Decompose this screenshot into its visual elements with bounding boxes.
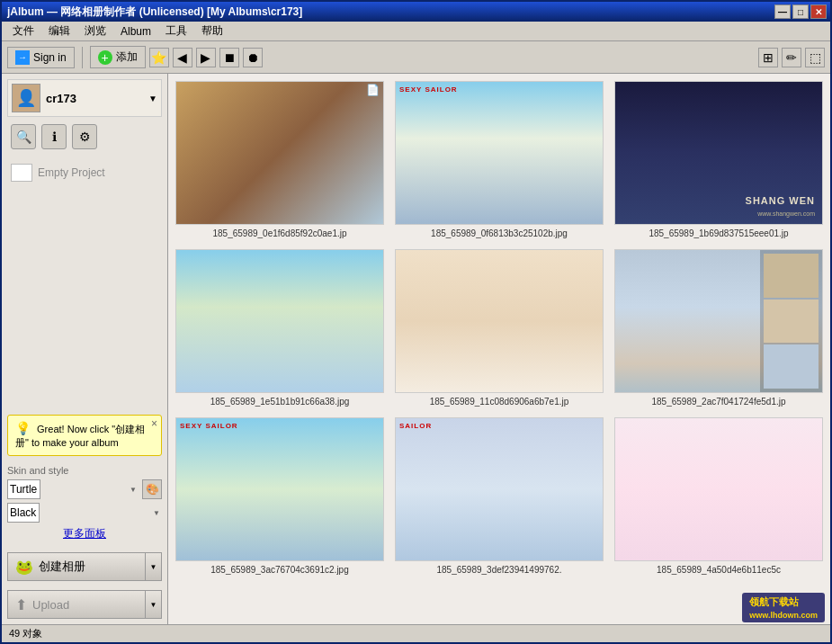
title-bar: jAlbum — 网络相册制作者 (Unlicensed) [My Albums…	[2, 2, 830, 22]
upload-button[interactable]: ⬆ Upload ▼	[7, 590, 162, 619]
color-select-row: Black	[7, 503, 162, 523]
sign-in-label: Sign in	[33, 51, 67, 64]
watermark: 领航下载站www.lhdown.com	[742, 593, 825, 622]
settings-button[interactable]: ⚙	[72, 124, 97, 149]
add-button[interactable]: + 添加	[90, 46, 146, 68]
export-button[interactable]: ⬚	[805, 48, 825, 67]
skin-section: Skin and style Turtle 🎨 Black	[7, 465, 162, 543]
tooltip-box: × 💡 Great! Now click "创建相册" to make your…	[7, 415, 162, 456]
toolbar-separator	[82, 47, 83, 68]
add-icon: +	[98, 50, 112, 65]
sign-in-icon: →	[15, 50, 30, 65]
sidebar-icons: 🔍 ℹ ⚙	[7, 122, 162, 151]
sign-in-button[interactable]: → Sign in	[7, 47, 75, 68]
more-panels-link[interactable]: 更多面板	[7, 526, 162, 541]
skin-select-wrapper: Turtle	[7, 479, 139, 499]
create-album-dropdown[interactable]: ▼	[145, 553, 161, 580]
main-area: 👤 cr173 ▼ 🔍 ℹ ⚙ Empty Project × 💡 Great!…	[2, 74, 830, 624]
photo-cell-3[interactable]: 185_65989_1e51b1b91c66a38.jpg	[175, 249, 384, 407]
prev-button[interactable]: ◀	[173, 48, 192, 67]
photo-cell-6[interactable]: SEXY SAILOR 185_65989_3ac76704c3691c2.jp…	[175, 417, 384, 575]
photo-cell-1[interactable]: SEXY SAILOR 185_65989_0f6813b3c25102b.jp…	[395, 81, 604, 238]
sidebar: 👤 cr173 ▼ 🔍 ℹ ⚙ Empty Project × 💡 Great!…	[2, 74, 168, 624]
photo-filename-8: 185_65989_4a50d4e6b11ec5c	[657, 565, 781, 575]
photo-thumb-0: 📄	[175, 81, 384, 225]
frog-icon: 🐸	[15, 559, 33, 576]
menu-edit[interactable]: 编辑	[41, 22, 77, 40]
create-album-label: 创建相册	[39, 559, 85, 575]
photo-thumb-2: SHANG WEN www.shangwen.com	[614, 81, 823, 225]
photo-filename-0: 185_65989_0e1f6d85f92c0ae1.jp	[212, 228, 346, 238]
menu-file[interactable]: 文件	[5, 22, 41, 40]
color-select-wrapper: Black	[7, 503, 162, 523]
bulb-icon: 💡	[15, 421, 31, 435]
tooltip-text: Great! Now click "创建相册" to make your alb…	[15, 424, 145, 448]
record-button[interactable]: ⏺	[243, 48, 263, 67]
create-album-button[interactable]: 🐸 创建相册 ▼	[7, 552, 162, 581]
skin-section-label: Skin and style	[7, 465, 162, 476]
next-button[interactable]: ▶	[196, 48, 216, 67]
upload-dropdown[interactable]: ▼	[145, 591, 161, 618]
photo-filename-3: 185_65989_1e51b1b91c66a38.jpg	[210, 397, 350, 407]
photo-grid: 📄 185_65989_0e1f6d85f92c0ae1.jp SEXY SAI…	[168, 74, 830, 624]
sidebar-spacer	[7, 194, 162, 409]
grid-view-button[interactable]: ⊞	[758, 48, 778, 67]
photo-cell-7[interactable]: SAILOR 185_65989_3def23941499762.	[395, 417, 604, 575]
menu-album[interactable]: Album	[113, 23, 158, 40]
photo-thumb-3	[175, 249, 384, 393]
status-count: 49 对象	[9, 627, 42, 640]
photo-filename-7: 185_65989_3def23941499762.	[436, 565, 561, 575]
avatar: 👤	[12, 84, 40, 112]
photo-cell-5[interactable]: 185_65989_2ac7f041724fe5d1.jp	[614, 249, 823, 407]
menu-help[interactable]: 帮助	[194, 22, 230, 40]
photo-thumb-4	[395, 249, 604, 393]
menu-browse[interactable]: 浏览	[77, 22, 113, 40]
maximize-button[interactable]: □	[792, 4, 809, 19]
photo-filename-2: 185_65989_1b69d837515eee01.jp	[649, 228, 788, 238]
toolbar-right: ⊞ ✏ ⬚	[758, 48, 825, 67]
photo-cell-8[interactable]: 185_65989_4a50d4e6b11ec5c	[614, 417, 823, 575]
color-select[interactable]: Black	[7, 503, 40, 523]
tooltip-close-button[interactable]: ×	[151, 417, 157, 430]
skin-select-row: Turtle 🎨	[7, 479, 162, 499]
minimize-button[interactable]: —	[774, 4, 791, 19]
close-button[interactable]: ✕	[810, 4, 827, 19]
project-icon	[11, 164, 32, 182]
search-button[interactable]: 🔍	[11, 124, 36, 149]
star-button[interactable]: ⭐	[149, 48, 169, 67]
skin-icon-button[interactable]: 🎨	[142, 479, 162, 499]
photo-thumb-5	[614, 249, 823, 393]
info-button[interactable]: ℹ	[41, 124, 67, 149]
upload-icon: ⬆	[15, 596, 27, 613]
window-controls: — □ ✕	[774, 4, 827, 19]
photo-filename-5: 185_65989_2ac7f041724fe5d1.jp	[651, 397, 785, 407]
create-album-main: 🐸 创建相册	[8, 559, 145, 576]
photo-thumb-6: SEXY SAILOR	[175, 417, 384, 561]
photo-cell-4[interactable]: 185_65989_11c08d6906a6b7e1.jp	[395, 249, 604, 407]
window-title: jAlbum — 网络相册制作者 (Unlicensed) [My Albums…	[5, 4, 302, 20]
toolbar: → Sign in + 添加 ⭐ ◀ ▶ ⏹ ⏺ ⊞ ✏ ⬚	[2, 41, 830, 74]
menu-bar: 文件 编辑 浏览 Album 工具 帮助	[2, 22, 830, 41]
photo-thumb-7: SAILOR	[395, 417, 604, 561]
photo-cell-0[interactable]: 📄 185_65989_0e1f6d85f92c0ae1.jp	[175, 81, 384, 238]
add-label: 添加	[116, 49, 138, 65]
photo-filename-1: 185_65989_0f6813b3c25102b.jpg	[431, 228, 568, 238]
status-bar: 49 对象	[2, 624, 830, 642]
empty-project-label: Empty Project	[38, 166, 105, 179]
photo-cell-2[interactable]: SHANG WEN www.shangwen.com 185_65989_1b6…	[614, 81, 823, 238]
photo-thumb-8	[614, 417, 823, 561]
photo-thumb-1: SEXY SAILOR	[395, 81, 604, 225]
skin-select[interactable]: Turtle	[7, 479, 40, 499]
photo-filename-6: 185_65989_3ac76704c3691c2.jpg	[210, 565, 348, 575]
empty-project: Empty Project	[7, 157, 162, 189]
main-window: jAlbum — 网络相册制作者 (Unlicensed) [My Albums…	[0, 0, 832, 644]
stop-button[interactable]: ⏹	[219, 48, 239, 67]
edit-button[interactable]: ✏	[782, 48, 801, 67]
menu-tools[interactable]: 工具	[158, 22, 194, 40]
photo-area: 📄 185_65989_0e1f6d85f92c0ae1.jp SEXY SAI…	[168, 74, 830, 624]
file-icon-0: 📄	[366, 84, 380, 96]
user-dropdown-arrow[interactable]: ▼	[148, 94, 157, 103]
upload-main: ⬆ Upload	[8, 596, 145, 613]
username: cr173	[46, 92, 143, 105]
upload-label: Upload	[32, 598, 69, 612]
